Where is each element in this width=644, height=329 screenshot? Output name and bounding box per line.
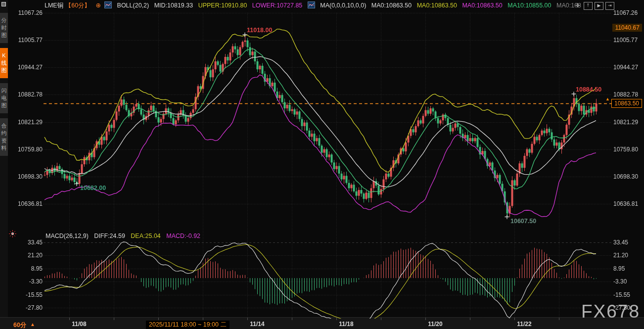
low-annotation: 10607.50 xyxy=(510,218,536,225)
sidebar-tab-flash-chart[interactable]: 闪电图 xyxy=(0,83,8,113)
macd-value: MACD:-0.92 xyxy=(166,233,200,239)
sidebar-tab-time-chart[interactable]: 分时图 xyxy=(0,13,8,43)
price-axis-label: 10944.27 xyxy=(15,64,43,71)
record-dot-icon[interactable] xyxy=(9,230,16,237)
macd-axis-label: 33.45 xyxy=(613,239,628,246)
macd-axis-label: 33.45 xyxy=(15,239,43,246)
price-axis-label: 10698.30 xyxy=(15,173,43,180)
price-axis-label: 11067.26 xyxy=(613,9,638,16)
sidebar-tab-contract-info[interactable]: 合约资料 xyxy=(0,118,8,156)
ma-value-2: MA0:10863.50 xyxy=(417,2,457,9)
period-label: 【60分】 xyxy=(65,2,91,9)
reference-price-box: 11040.67 xyxy=(612,24,642,32)
pane-arrow-icon[interactable]: ⇥ xyxy=(605,2,614,10)
macd-header: MACD(26,12,9) DIFF:24.59 DEA:25.04 MACD:… xyxy=(46,233,204,239)
ma-value-3: MA0:10863.50 xyxy=(462,2,502,9)
price-arrow-icon: ▲ xyxy=(605,96,610,101)
macd-diff: DIFF:24.59 xyxy=(94,233,125,239)
price-axis-label: 11067.26 xyxy=(15,9,43,16)
move-tool-icon[interactable]: ✛ xyxy=(574,2,582,9)
boll-mid: MID:10819.33 xyxy=(154,2,193,9)
macd-axis-label: -15.55 xyxy=(613,291,630,298)
macd-axis-label: -15.55 xyxy=(15,291,43,298)
watermark: FX678 xyxy=(581,301,640,322)
circle-plus-icon[interactable]: ⊕ xyxy=(96,2,101,9)
high-annotation: 11018.00 xyxy=(247,27,272,34)
boll-label: BOLL(20,2) xyxy=(117,2,149,9)
time-range-highlight: 2025/11/11 18:00 ~ 19:00 二 xyxy=(146,321,230,329)
high-annotation: 10884.50 xyxy=(576,86,601,93)
price-axis-label: 10882.78 xyxy=(613,91,638,98)
price-axis-label: 10636.81 xyxy=(613,200,638,207)
indicator-header: LME铜 【60分】 ⊕ BOLL(20,2) MID:10819.33 UPP… xyxy=(45,1,585,9)
ma-label: MA(0,0,0,10,0,0) xyxy=(320,2,366,9)
sidebar: 分时图 K线图 闪电图 合约资料 xyxy=(0,0,8,317)
price-axis-label: 10882.78 xyxy=(15,91,43,98)
price-axis-label: 10698.30 xyxy=(613,173,638,180)
price-axis-label: 10821.29 xyxy=(613,119,638,126)
ma-value-4: MA10:10855.00 xyxy=(507,2,551,9)
symbol-label: LME铜 xyxy=(45,2,63,9)
macd-axis-label: -3.30 xyxy=(15,278,43,285)
current-price-box: 10863.50 xyxy=(611,99,642,108)
period-selector[interactable]: 60分 xyxy=(13,321,26,329)
chart-toolbar: ✛ ⤒ ▶ ⇥ xyxy=(574,2,614,9)
chart-canvas[interactable] xyxy=(0,0,644,329)
macd-axis-label: 21.20 xyxy=(613,252,628,259)
macd-axis-label: 21.20 xyxy=(15,252,43,259)
menu-icon[interactable] xyxy=(1,2,6,6)
price-axis-label: 10636.81 xyxy=(15,200,43,207)
axis-scale-icon[interactable]: ⤒ xyxy=(584,2,593,10)
ma-value-1: MA0:10863.50 xyxy=(371,2,412,9)
sidebar-tab-kline-chart[interactable]: K线图 xyxy=(0,48,8,78)
macd-dea: DEA:25.04 xyxy=(131,233,160,239)
macd-axis-label: -3.30 xyxy=(613,278,627,285)
indicator-chart-icon[interactable] xyxy=(308,1,315,8)
macd-axis-label: 8.95 xyxy=(613,265,625,272)
price-axis-label: 10759.80 xyxy=(613,146,638,153)
price-axis-label: 11005.77 xyxy=(613,37,638,44)
price-axis-label: 10944.27 xyxy=(613,64,638,71)
macd-axis-label: -27.80 xyxy=(15,304,43,311)
expand-up-icon[interactable]: ▲ xyxy=(30,322,35,327)
low-annotation: 10682.00 xyxy=(80,185,106,191)
boll-upper: UPPER:10910.80 xyxy=(198,2,247,9)
macd-axis-label: 8.95 xyxy=(15,265,43,272)
axis-play-icon[interactable]: ▶ xyxy=(595,2,603,10)
price-axis-label: 10821.29 xyxy=(15,119,43,126)
macd-label: MACD(26,12,9) xyxy=(46,233,89,239)
price-axis-label: 11005.77 xyxy=(15,37,43,44)
boll-lower: LOWER:10727.85 xyxy=(252,2,302,9)
time-axis-bar: 60分 ▲ 2025/11/11 18:00 ~ 19:00 二 xyxy=(0,317,644,329)
indicator-chart-icon[interactable] xyxy=(104,1,112,8)
price-axis-label: 10759.80 xyxy=(15,146,43,153)
